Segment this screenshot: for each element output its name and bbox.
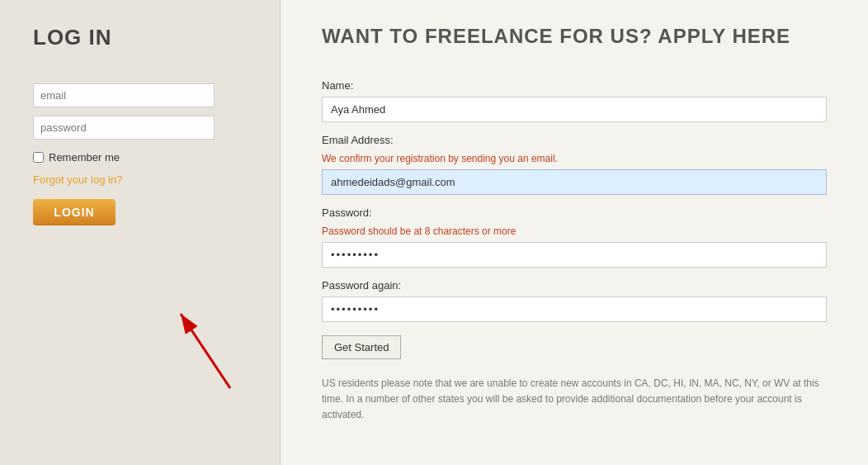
email-note: We confirm your registration by sending … (322, 153, 827, 164)
arrow-icon (164, 297, 263, 396)
name-input[interactable] (322, 97, 827, 122)
password-again-label: Password again: (322, 279, 827, 292)
arrow-container (164, 297, 263, 399)
password-field[interactable] (322, 242, 827, 268)
login-button[interactable]: LOGIN (33, 199, 116, 225)
name-label: Name: (322, 79, 827, 92)
page-container: LOG IN Remember me Forgot your log in? L… (0, 0, 868, 465)
remember-checkbox[interactable] (33, 152, 44, 163)
left-panel: LOG IN Remember me Forgot your log in? L… (0, 0, 281, 465)
remember-label: Remember me (49, 151, 120, 164)
email-address-input[interactable] (322, 169, 827, 195)
login-form: Remember me Forgot your log in? LOGIN (33, 83, 247, 225)
email-input[interactable] (33, 83, 215, 107)
get-started-button[interactable]: Get Started (322, 335, 401, 359)
disclaimer-text: US residents please note that we are una… (322, 376, 827, 424)
password-input[interactable] (33, 116, 215, 140)
remember-row: Remember me (33, 151, 247, 164)
svg-line-1 (181, 314, 230, 388)
password-note: Password should be at 8 characters or mo… (322, 225, 827, 237)
password-label: Password: (322, 206, 827, 219)
password-again-field[interactable] (322, 297, 827, 322)
forgot-link[interactable]: Forgot your log in? (33, 173, 247, 186)
freelance-title: WANT TO FREELANCE FOR US? APPLY HERE (322, 25, 827, 48)
email-address-label: Email Address: (322, 134, 827, 146)
right-panel: WANT TO FREELANCE FOR US? APPLY HERE Nam… (281, 0, 868, 465)
login-title: LOG IN (33, 25, 247, 50)
freelance-form: Name: Email Address: We confirm your reg… (322, 73, 827, 424)
